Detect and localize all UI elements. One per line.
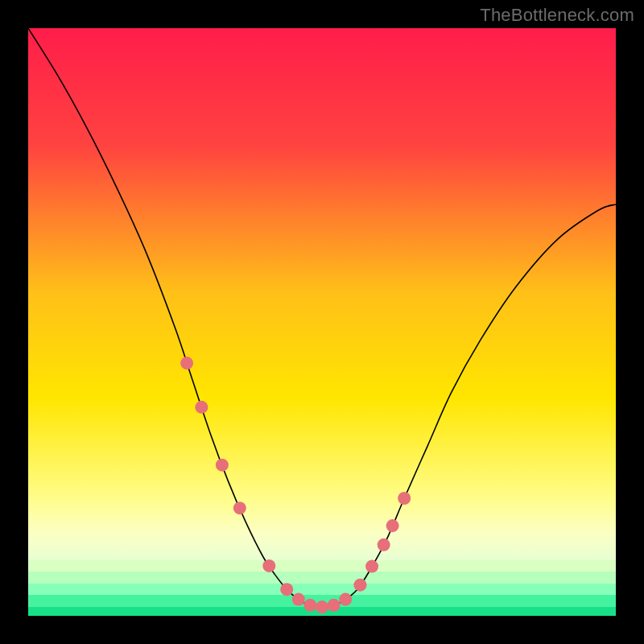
curve-dot: [386, 519, 399, 532]
watermark-text: TheBottleneck.com: [480, 5, 634, 26]
curve-svg: [28, 28, 616, 616]
plot-area: [28, 28, 616, 616]
curve-dot: [365, 560, 378, 573]
curve-dots-group: [180, 357, 411, 613]
curve-dot: [233, 502, 246, 514]
watermark-label: TheBottleneck.com: [480, 5, 634, 25]
bottleneck-curve: [28, 28, 616, 607]
curve-dot: [328, 599, 341, 612]
curve-dot: [262, 559, 275, 572]
curve-dot: [339, 593, 352, 606]
curve-dot: [292, 593, 305, 606]
curve-dot: [378, 539, 390, 551]
curve-dot: [280, 583, 293, 596]
curve-dot: [303, 599, 316, 612]
curve-dot: [316, 601, 328, 613]
curve-dot: [195, 401, 208, 414]
curve-dot: [180, 357, 193, 369]
curve-dot: [353, 579, 366, 592]
chart-root: TheBottleneck.com: [0, 0, 644, 644]
curve-dot: [398, 492, 411, 505]
curve-dot: [216, 459, 229, 472]
